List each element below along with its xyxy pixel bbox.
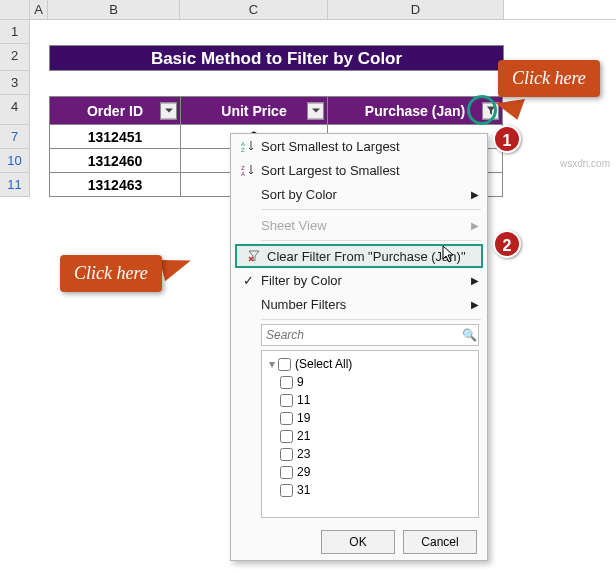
checkmark-icon: ✓ bbox=[235, 273, 261, 288]
checkbox[interactable] bbox=[280, 376, 293, 389]
callout-click-here-2: Click here bbox=[60, 255, 162, 292]
row-head-11[interactable]: 11 bbox=[0, 173, 30, 197]
tree-item[interactable]: 21 bbox=[266, 427, 474, 445]
filter-button-order-id[interactable] bbox=[160, 102, 177, 119]
menu-sort-asc-label: Sort Smallest to Largest bbox=[261, 139, 479, 154]
menu-sort-desc-label: Sort Largest to Smallest bbox=[261, 163, 479, 178]
cell-order-id[interactable]: 1312460 bbox=[50, 149, 181, 173]
search-icon: 🔍 bbox=[460, 328, 478, 342]
tree-label: 23 bbox=[297, 447, 310, 461]
menu-sort-by-color[interactable]: Sort by Color ▶ bbox=[231, 182, 487, 206]
menu-separator bbox=[261, 240, 481, 241]
checkbox[interactable] bbox=[280, 466, 293, 479]
tree-item[interactable]: 29 bbox=[266, 463, 474, 481]
search-input[interactable] bbox=[262, 328, 460, 342]
tree-label: 29 bbox=[297, 465, 310, 479]
col-head-a[interactable]: A bbox=[30, 0, 48, 19]
menu-sort-by-color-label: Sort by Color bbox=[261, 187, 471, 202]
cancel-button[interactable]: Cancel bbox=[403, 530, 477, 554]
filter-search-box[interactable]: 🔍 bbox=[261, 324, 479, 346]
row-headers: 1 2 3 4 7 10 11 bbox=[0, 20, 30, 197]
menu-number-filters[interactable]: Number Filters ▶ bbox=[231, 292, 487, 316]
step-badge-2: 2 bbox=[493, 230, 521, 258]
chevron-right-icon: ▶ bbox=[471, 299, 479, 310]
filter-values-tree[interactable]: ▾(Select All) 9 11 19 21 23 29 31 bbox=[261, 350, 479, 518]
tree-item[interactable]: 23 bbox=[266, 445, 474, 463]
menu-sort-asc[interactable]: AZ Sort Smallest to Largest bbox=[231, 134, 487, 158]
checkbox[interactable] bbox=[280, 394, 293, 407]
tree-toggle-icon[interactable]: ▾ bbox=[266, 357, 278, 371]
row-head-10[interactable]: 10 bbox=[0, 149, 30, 173]
dropdown-icon bbox=[164, 106, 174, 116]
header-unit-price: Unit Price bbox=[181, 97, 328, 125]
col-head-d[interactable]: D bbox=[328, 0, 504, 19]
row-head-1[interactable]: 1 bbox=[0, 20, 30, 44]
sort-asc-icon: AZ bbox=[235, 139, 261, 153]
callout-tail bbox=[160, 253, 194, 282]
tree-item[interactable]: 31 bbox=[266, 481, 474, 499]
ok-button[interactable]: OK bbox=[321, 530, 395, 554]
checkbox[interactable] bbox=[280, 430, 293, 443]
tree-label: 11 bbox=[297, 393, 310, 407]
step-badge-1: 1 bbox=[493, 125, 521, 153]
checkbox[interactable] bbox=[280, 484, 293, 497]
header-unit-price-label: Unit Price bbox=[221, 103, 286, 119]
menu-separator bbox=[261, 209, 481, 210]
tree-item[interactable]: 11 bbox=[266, 391, 474, 409]
menu-number-filters-label: Number Filters bbox=[261, 297, 471, 312]
row-head-3[interactable]: 3 bbox=[0, 71, 30, 95]
tree-label: (Select All) bbox=[295, 357, 352, 371]
callout-click-here-1: Click here bbox=[498, 60, 600, 97]
header-purchase-label: Purchase (Jan) bbox=[365, 103, 465, 119]
corner-cell[interactable] bbox=[0, 0, 30, 19]
menu-sheet-view: Sheet View ▶ bbox=[231, 213, 487, 237]
menu-sort-desc[interactable]: ZA Sort Largest to Smallest bbox=[231, 158, 487, 182]
chevron-right-icon: ▶ bbox=[471, 220, 479, 231]
mouse-cursor-icon bbox=[442, 245, 458, 267]
filter-context-menu: AZ Sort Smallest to Largest ZA Sort Larg… bbox=[230, 133, 488, 561]
menu-sheet-view-label: Sheet View bbox=[261, 218, 471, 233]
row-head-7[interactable]: 7 bbox=[0, 125, 30, 149]
menu-filter-by-color[interactable]: ✓ Filter by Color ▶ bbox=[231, 268, 487, 292]
chevron-right-icon: ▶ bbox=[471, 189, 479, 200]
checkbox[interactable] bbox=[278, 358, 291, 371]
svg-text:Z: Z bbox=[241, 147, 245, 153]
column-headers: A B C D bbox=[0, 0, 616, 20]
cell-order-id[interactable]: 1312451 bbox=[50, 125, 181, 149]
filter-button-unit-price[interactable] bbox=[307, 102, 324, 119]
menu-separator bbox=[261, 319, 481, 320]
row-head-2[interactable]: 2 bbox=[0, 44, 30, 71]
cell-order-id[interactable]: 1312463 bbox=[50, 173, 181, 197]
tree-item[interactable]: 19 bbox=[266, 409, 474, 427]
sort-desc-icon: ZA bbox=[235, 163, 261, 177]
chevron-right-icon: ▶ bbox=[471, 275, 479, 286]
tree-label: 21 bbox=[297, 429, 310, 443]
annotation-circle bbox=[467, 95, 497, 125]
tree-label: 31 bbox=[297, 483, 310, 497]
checkbox[interactable] bbox=[280, 412, 293, 425]
svg-text:A: A bbox=[241, 171, 245, 177]
tree-item-select-all[interactable]: ▾(Select All) bbox=[266, 355, 474, 373]
header-order-id: Order ID bbox=[50, 97, 181, 125]
watermark: wsxdn.com bbox=[560, 158, 610, 169]
row-head-4[interactable]: 4 bbox=[0, 95, 30, 125]
tree-item[interactable]: 9 bbox=[266, 373, 474, 391]
table-header-row: Order ID Unit Price Purchase (Jan) bbox=[50, 97, 503, 125]
clear-filter-icon bbox=[241, 249, 267, 263]
checkbox[interactable] bbox=[280, 448, 293, 461]
col-head-c[interactable]: C bbox=[180, 0, 328, 19]
tree-label: 19 bbox=[297, 411, 310, 425]
tree-label: 9 bbox=[297, 375, 304, 389]
col-head-b[interactable]: B bbox=[48, 0, 180, 19]
menu-filter-by-color-label: Filter by Color bbox=[261, 273, 471, 288]
dropdown-icon bbox=[311, 106, 321, 116]
title-cell: Basic Method to Filter by Color bbox=[49, 45, 504, 71]
header-order-id-label: Order ID bbox=[87, 103, 143, 119]
dialog-buttons: OK Cancel bbox=[231, 524, 487, 554]
